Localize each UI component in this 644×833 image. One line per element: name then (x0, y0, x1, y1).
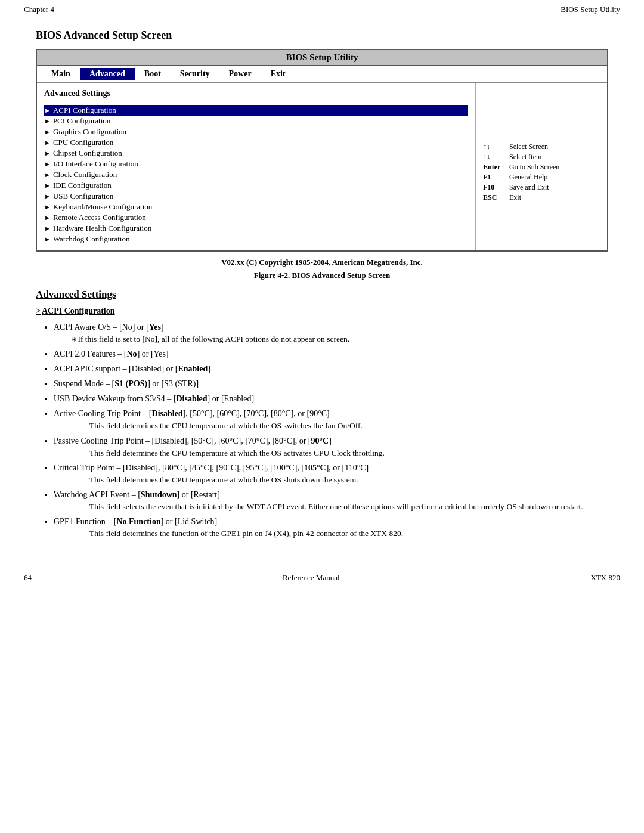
bios-arrow-pci: ► (44, 117, 51, 125)
list-item-usb-wakeup: USB Device Wakeup from S3/S4 – [Disabled… (54, 392, 608, 405)
list-item-gpe1: GPE1 Function – [No Function] or [Lid Sw… (54, 515, 608, 540)
bios-item-chipset[interactable]: ► Chipset Configuration (44, 148, 468, 159)
bios-arrow-graphics: ► (44, 128, 51, 135)
bios-item-clock[interactable]: ► Clock Configuration (44, 169, 468, 180)
footer-product: XTX 820 (591, 573, 620, 583)
bold-s1pos: S1 (POS) (114, 379, 147, 388)
bios-arrow-clock: ► (44, 171, 51, 178)
bios-left-panel: Advanced Settings ► ACPI Configuration ►… (37, 83, 476, 250)
bios-menu-exit[interactable]: Exit (261, 68, 295, 80)
bios-key-arrows: ↑↓ (483, 143, 504, 151)
figure-caption: Figure 4-2. BIOS Advanced Setup Screen (36, 271, 608, 280)
bios-item-watchdog-label: Watchdog Configuration (53, 234, 130, 244)
bios-item-usb-label: USB Configuration (53, 191, 113, 201)
bios-item-ide-label: IDE Configuration (53, 181, 112, 190)
bios-item-pci[interactable]: ► PCI Configuration (44, 116, 468, 126)
bios-item-ide[interactable]: ► IDE Configuration (44, 180, 468, 191)
bios-key-enter-desc: Go to Sub Screen (509, 163, 559, 172)
bios-key-row-f10: F10 Save and Exit (483, 183, 600, 192)
bios-key-esc: ESC (483, 193, 504, 202)
bios-key-item-desc: Select Item (509, 153, 541, 162)
advanced-settings-title: Advanced Settings (36, 289, 608, 301)
list-item-passive-cooling: Passive Cooling Trip Point – [Disabled],… (54, 435, 608, 459)
page-footer: 64 Reference Manual XTX 820 (0, 568, 644, 585)
section-title: BIOS Advanced Setup Screen (36, 29, 608, 42)
bold-disabled-active: Disabled (152, 409, 183, 418)
footer-center: Reference Manual (283, 573, 340, 583)
bios-key-row-f1: F1 General Help (483, 173, 600, 182)
bold-enabled-apic: Enabled (178, 364, 208, 373)
bios-arrow-hardware: ► (44, 225, 51, 232)
main-content: BIOS Advanced Setup Screen BIOS Setup Ut… (0, 17, 644, 556)
subsection-acpi-title: ACPI Configuration (36, 306, 608, 316)
asterisk-no-note: If this field is set to [No], all of the… (72, 333, 608, 345)
bios-key-f10: F10 (483, 183, 504, 192)
bios-key-updown: ↑↓ (483, 153, 504, 162)
bios-arrow-ide: ► (44, 182, 51, 189)
bios-arrow-usb: ► (44, 193, 51, 200)
bios-item-cpu-label: CPU Configuration (53, 138, 113, 147)
bios-key-screen-desc: Select Screen (509, 143, 548, 151)
bios-item-remote-label: Remote Access Configuration (53, 213, 146, 222)
watchdog-acpi-note: This field selects the even that is init… (89, 501, 608, 513)
bold-disabled-usb: Disabled (176, 394, 207, 403)
bios-menu-power[interactable]: Power (219, 68, 261, 80)
copyright-line: V02.xx (C) Copyright 1985-2004, American… (36, 258, 608, 267)
page-header: Chapter 4 BIOS Setup Utility (0, 0, 644, 17)
bold-90c: 90°C (311, 436, 329, 445)
list-item-acpi-apic: ACPI APIC support – [Disabled] or [Enabl… (54, 363, 608, 375)
bios-item-watchdog[interactable]: ► Watchdog Configuration (44, 234, 468, 244)
bios-menu-security[interactable]: Security (171, 68, 219, 80)
list-item-critical-trip: Critical Trip Point – [Disabled], [80°C]… (54, 462, 608, 486)
gpe1-note: This field determines the function of th… (89, 528, 608, 540)
bios-menu-advanced[interactable]: Advanced (80, 68, 135, 80)
bios-key-row-enter: Enter Go to Sub Screen (483, 163, 600, 172)
bios-key-esc-desc: Exit (509, 193, 521, 202)
bios-arrow-chipset: ► (44, 150, 51, 157)
bios-key-hints: ↑↓ Select Screen ↑↓ Select Item Enter Go… (483, 143, 600, 203)
bios-key-row-esc: ESC Exit (483, 193, 600, 202)
bios-key-row-screen: ↑↓ Select Screen (483, 143, 600, 151)
header-title: BIOS Setup Utility (561, 5, 620, 14)
bios-item-io[interactable]: ► I/O Interface Configuration (44, 159, 468, 169)
bold-105c: 105°C (304, 463, 326, 472)
bios-menu-main[interactable]: Main (42, 68, 80, 80)
bios-screen: BIOS Setup Utility Main Advanced Boot Se… (36, 49, 608, 252)
bios-item-chipset-label: Chipset Configuration (53, 148, 122, 158)
bios-arrow-watchdog: ► (44, 236, 51, 243)
bios-arrow-io: ► (44, 160, 51, 168)
bios-item-io-label: I/O Interface Configuration (53, 159, 138, 169)
list-item-acpi-20: ACPI 2.0 Features – [No] or [Yes] (54, 348, 608, 360)
bios-item-pci-label: PCI Configuration (53, 116, 110, 126)
bios-arrow-remote: ► (44, 214, 51, 221)
bold-yes: Yes (149, 323, 161, 332)
bios-item-cpu[interactable]: ► CPU Configuration (44, 137, 468, 148)
footer-page-number: 64 (24, 573, 32, 583)
bios-key-f1: F1 (483, 173, 504, 182)
bios-item-remote[interactable]: ► Remote Access Configuration (44, 212, 468, 223)
bios-item-usb[interactable]: ► USB Configuration (44, 191, 468, 202)
bios-key-enter: Enter (483, 163, 504, 172)
list-item-watchdog-acpi: Watchdog ACPI Event – [Shutdown] or [Res… (54, 488, 608, 513)
bios-key-row-item: ↑↓ Select Item (483, 153, 600, 162)
bios-item-keyboard[interactable]: ► Keyboard/Mouse Configuration (44, 202, 468, 212)
bios-arrow-keyboard: ► (44, 203, 51, 210)
bios-panel-title: Advanced Settings (44, 89, 468, 100)
bios-item-hardware-label: Hardware Health Configuration (53, 224, 151, 233)
list-item-active-cooling: Active Cooling Trip Point – [Disabled], … (54, 407, 608, 432)
bios-menu-bar: Main Advanced Boot Security Power Exit (37, 66, 607, 83)
bios-item-hardware[interactable]: ► Hardware Health Configuration (44, 223, 468, 234)
bios-item-graphics[interactable]: ► Graphics Configuration (44, 126, 468, 137)
bios-key-f1-desc: General Help (509, 173, 547, 182)
bold-shutdown: Shutdown (141, 490, 177, 499)
active-cooling-note: This field determines the CPU temperatur… (89, 420, 608, 432)
bios-body: Advanced Settings ► ACPI Configuration ►… (37, 83, 607, 250)
bold-no-acpi20: No (127, 349, 137, 358)
bios-item-clock-label: Clock Configuration (53, 170, 117, 179)
list-item-suspend: Suspend Mode – [S1 (POS)] or [S3 (STR)] (54, 377, 608, 390)
acpi-options-list: ACPI Aware O/S – [No] or [Yes] If this f… (54, 321, 608, 540)
bios-item-graphics-label: Graphics Configuration (53, 127, 126, 137)
bios-arrow-acpi: ► (44, 107, 51, 114)
bios-menu-boot[interactable]: Boot (135, 68, 171, 80)
bios-item-acpi[interactable]: ► ACPI Configuration (44, 105, 468, 116)
